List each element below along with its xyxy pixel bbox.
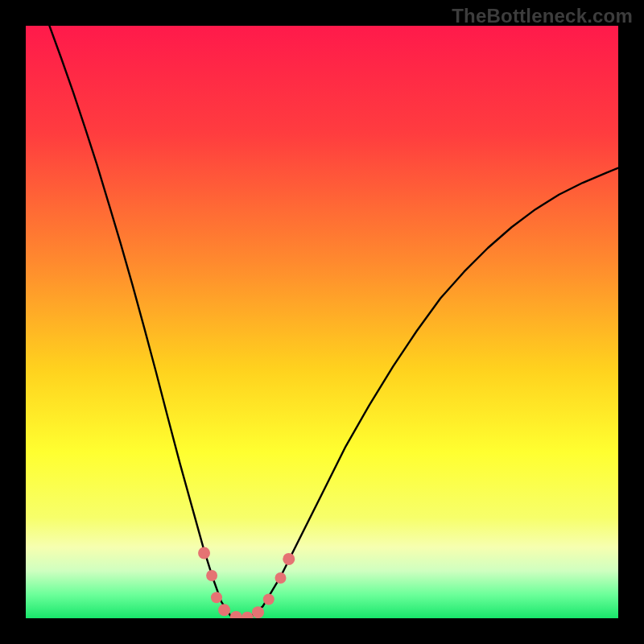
marker-dot: [218, 604, 230, 616]
marker-dot: [263, 593, 275, 605]
marker-dot: [206, 570, 217, 581]
marker-dot: [275, 572, 286, 584]
marker-dot: [252, 606, 264, 618]
marker-dot: [211, 592, 222, 603]
watermark-text: TheBottleneck.com: [452, 5, 633, 27]
marker-dot: [283, 553, 295, 565]
plot-background: [26, 26, 618, 618]
bottleneck-chart: [26, 26, 618, 618]
marker-dot: [198, 547, 210, 559]
chart-frame: TheBottleneck.com: [0, 0, 644, 644]
